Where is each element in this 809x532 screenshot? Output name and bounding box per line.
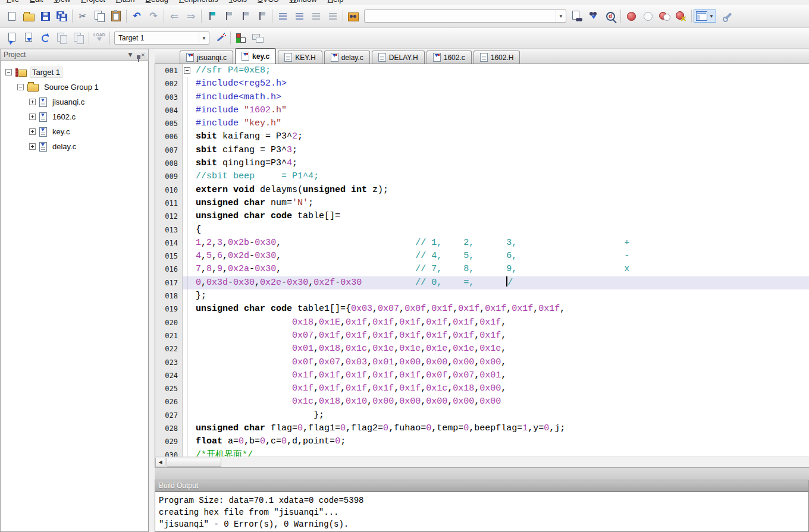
expand-icon[interactable] [29, 128, 36, 135]
tab-1602.H[interactable]: 1602.H [474, 51, 520, 64]
tab-1602.c[interactable]: 1602.c [427, 51, 472, 64]
options-for-target-button[interactable] [212, 30, 228, 46]
paste-button[interactable] [108, 8, 124, 24]
reference-search-button[interactable]: d [602, 8, 619, 24]
copy-button[interactable] [91, 8, 108, 24]
disable-all-breakpoints-button[interactable] [656, 8, 673, 24]
expand-icon[interactable] [29, 143, 36, 150]
tree-item-source-group-1[interactable]: Source Group 1 [1, 80, 148, 95]
tree-item-1602.c[interactable]: 1602.c [1, 109, 148, 124]
code-line-004[interactable]: 004#include "1602.h" [155, 104, 809, 117]
kill-all-breakpoints-button[interactable] [673, 8, 689, 24]
save-all-button[interactable] [54, 8, 70, 24]
tab-key.c[interactable]: key.c [235, 48, 276, 64]
tab-delay.c[interactable]: delay.c [324, 51, 370, 64]
close-icon[interactable]: × [140, 52, 145, 58]
tree-item-key.c[interactable]: key.c [1, 124, 148, 139]
scrollbar-thumb[interactable] [167, 458, 221, 467]
code-line-019[interactable]: 019unsigned char code table1[]={0x03,0x0… [155, 303, 809, 316]
build-output-text[interactable]: Program Size: data=70.1 xdata=0 code=539… [155, 492, 809, 532]
chevron-down-icon[interactable]: ▼ [199, 32, 209, 44]
insert-bookmark-button[interactable] [203, 8, 220, 24]
code-line-023[interactable]: 023 0x0f,0x07,0x03,0x01,0x00,0x00,0x00,0… [155, 356, 809, 369]
next-bookmark-button[interactable] [220, 8, 237, 24]
chevron-down-icon[interactable]: ▼ [128, 52, 133, 58]
previous-bookmark-button[interactable] [237, 8, 253, 24]
expand-icon[interactable] [29, 114, 36, 120]
manage-components-button[interactable] [233, 30, 249, 46]
navigate-forward-button[interactable]: ⇒ [183, 8, 199, 24]
enable-disable-breakpoint-button[interactable] [639, 8, 656, 24]
menu-view[interactable]: View [48, 0, 76, 5]
code-line-020[interactable]: 020 0x18,0x1E,0x1f,0x1f,0x1f,0x1f,0x1f,0… [155, 316, 809, 329]
code-line-018[interactable]: 018}; [155, 289, 809, 303]
code-line-024[interactable]: 024 0x1f,0x1f,0x1f,0x1f,0x1f,0x0f,0x07,0… [155, 369, 809, 382]
code-line-005[interactable]: 005#include "key.h" [155, 117, 809, 130]
project-windows-button[interactable] [249, 30, 266, 46]
code-line-009[interactable]: 009//sbit beep = P1^4; [155, 170, 809, 183]
code-line-027[interactable]: 027 }; [155, 409, 809, 422]
code-line-008[interactable]: 008sbit qingling=P3^4; [155, 157, 809, 170]
menu-peripherals[interactable]: Peripherals [174, 0, 224, 5]
tab-DELAY.H[interactable]: DELAY.H [372, 51, 425, 64]
find-in-files-dialog-button[interactable] [569, 8, 585, 24]
code-line-011[interactable]: 011unsigned char num='N'; [155, 197, 809, 210]
translate-button[interactable] [4, 30, 20, 46]
scroll-left-arrow[interactable]: ◀ [155, 458, 165, 467]
incremental-find-button[interactable] [585, 8, 602, 24]
rebuild-button[interactable] [37, 30, 54, 46]
chevron-down-icon[interactable]: ▼ [556, 10, 566, 22]
target-select-combobox[interactable]: Target 1 ▼ [114, 32, 209, 45]
fold-minus-icon[interactable] [184, 67, 190, 74]
window-layout-button[interactable]: ▼ [694, 10, 716, 23]
unindent-button[interactable] [291, 8, 308, 24]
code-line-029[interactable]: 029float a=0,b=0,c=0,d,point=0; [155, 435, 809, 448]
save-button[interactable] [37, 8, 54, 24]
code-line-016[interactable]: 0167,8,9,0x2a-0x30, // 7, 8, 9, x [155, 263, 809, 276]
download-button[interactable]: LOAD [91, 30, 108, 46]
menu-project[interactable]: Project [76, 0, 110, 5]
menu-file[interactable]: File [1, 0, 24, 5]
new-file-button[interactable] [4, 8, 20, 24]
code-line-012[interactable]: 012unsigned char code table[]= [155, 210, 809, 223]
code-line-013[interactable]: 013{ [155, 223, 809, 237]
toggle-breakpoint-button[interactable] [623, 8, 639, 24]
code-line-022[interactable]: 022 0x01,0x18,0x1c,0x1e,0x1e,0x1e,0x1e,0… [155, 342, 809, 355]
stop-build-button[interactable] [70, 30, 87, 46]
menu-window[interactable]: Window [284, 0, 322, 5]
redo-button[interactable]: ↷ [145, 8, 162, 24]
comment-selection-button[interactable] [308, 8, 324, 24]
menu-tools[interactable]: Tools [224, 0, 252, 5]
horizontal-splitter[interactable] [155, 467, 809, 480]
code-line-006[interactable]: 006sbit kaifang = P3^2; [155, 130, 809, 143]
code-line-002[interactable]: 002#include<reg52.h> [155, 77, 809, 90]
tree-item-target-1[interactable]: Target 1 [1, 65, 148, 80]
code-line-003[interactable]: 003#include<math.h> [155, 91, 809, 104]
cut-button[interactable]: ✂ [74, 8, 91, 24]
code-line-001[interactable]: 001//sfr P4=0xE8; [155, 64, 809, 77]
code-area[interactable]: 001//sfr P4=0xE8;002#include<reg52.h>003… [155, 64, 809, 457]
code-line-030[interactable]: 030/*开机界面*/ [155, 449, 809, 457]
code-line-014[interactable]: 0141,2,3,0x2b-0x30, // 1, 2, 3, + [155, 237, 809, 250]
batch-build-button[interactable] [54, 30, 70, 46]
tree-item-delay.c[interactable]: delay.c [1, 139, 148, 154]
menu-flash[interactable]: Flash [111, 0, 140, 5]
horizontal-scrollbar[interactable]: ◀ [155, 457, 809, 467]
navigate-back-button[interactable]: ⇐ [166, 8, 183, 24]
code-line-021[interactable]: 021 0x07,0x1f,0x1f,0x1f,0x1f,0x1f,0x1f,0… [155, 329, 809, 342]
indent-button[interactable] [274, 8, 291, 24]
open-file-button[interactable] [20, 8, 37, 24]
find-text-combobox[interactable]: ▼ [364, 10, 566, 23]
uncomment-selection-button[interactable] [324, 8, 341, 24]
code-line-026[interactable]: 026 0x1c,0x18,0x10,0x00,0x00,0x00,0x00,0… [155, 395, 809, 408]
tab-jisuanqi.c[interactable]: jisuanqi.c [180, 51, 233, 64]
tab-KEY.H[interactable]: KEY.H [278, 51, 322, 64]
configure-button[interactable] [720, 8, 736, 24]
code-line-028[interactable]: 028unsigned char flag=0,flag1=0,flag2=0,… [155, 422, 809, 435]
clear-bookmarks-button[interactable] [253, 8, 270, 24]
code-line-007[interactable]: 007sbit cifang = P3^3; [155, 144, 809, 157]
tree-item-jisuanqi.c[interactable]: jisuanqi.c [1, 95, 148, 109]
build-output-header[interactable]: Build Output [155, 480, 809, 492]
find-in-files-button[interactable] [345, 8, 362, 24]
collapse-icon[interactable] [5, 69, 12, 75]
